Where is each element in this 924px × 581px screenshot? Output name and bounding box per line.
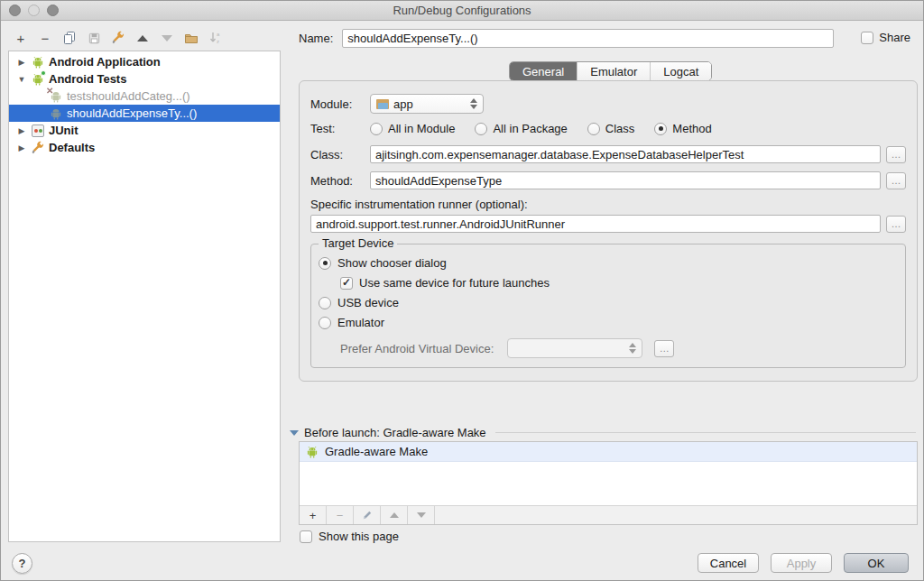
radio-label: Show chooser dialog [337,256,447,270]
show-this-page-checkbox[interactable] [300,530,312,543]
copy-configuration-button[interactable] [62,31,77,45]
module-value: app [393,97,413,111]
share-label: Share [879,31,910,44]
before-launch-item-gradle-aware-make[interactable]: Gradle-aware Make [300,442,917,462]
tree-item-defaults[interactable]: ▶ Defaults [9,139,280,156]
tree-item-junit[interactable]: ▶ JUnit [9,122,280,139]
radio-emulator[interactable]: Emulator [319,316,896,329]
expand-arrow-icon[interactable]: ▶ [16,126,27,135]
window-controls [9,5,59,16]
expand-arrow-icon[interactable]: ▶ [16,58,27,67]
before-launch-title: Before launch: Gradle-aware Make [304,426,486,439]
radio-icon [319,317,331,329]
wrench-icon [111,31,125,45]
svg-text:a: a [217,32,220,37]
radio-class[interactable]: Class [587,122,635,135]
prefer-avd-row: Prefer Android Virtual Device: … [340,338,896,358]
radio-selected-icon [319,257,331,270]
close-window-icon[interactable] [9,5,21,16]
sort-configurations-button[interactable]: a z [208,31,223,45]
radio-label: All in Module [388,122,455,135]
tree-item-test-should-add-categ[interactable]: ✕ testshouldAddCateg...() [9,88,280,105]
target-device-title: Target Device [319,236,397,250]
remove-configuration-button[interactable]: − [38,31,52,45]
class-input[interactable]: ajitsingh.com.expensemanager.database.Ex… [370,145,881,163]
checkbox-label: Use same device for future launches [359,276,550,290]
titlebar: Run/Debug Configurations [1,1,923,21]
prefer-avd-browse-button[interactable]: … [654,340,674,357]
use-same-device-option[interactable]: Use same device for future launches [340,276,896,290]
move-task-up-button[interactable] [381,506,408,524]
footer-buttons: Cancel Apply OK [698,553,909,573]
new-folder-button[interactable] [184,31,199,45]
minimize-window-icon[interactable] [28,5,40,16]
move-down-button[interactable] [160,31,174,45]
dropdown-stepper-icon [629,343,636,354]
add-task-button[interactable]: + [300,506,327,524]
radio-usb-device[interactable]: USB device [319,296,896,309]
ok-button[interactable]: OK [844,553,909,573]
show-this-page-label: Show this page [319,530,399,543]
save-configuration-button[interactable] [87,31,101,45]
runner-input[interactable]: android.support.test.runner.AndroidJUnit… [310,215,881,233]
dropdown-stepper-icon [470,98,477,109]
use-same-device-checkbox[interactable] [340,277,353,290]
show-this-page-option[interactable]: Show this page [300,530,399,543]
apply-button[interactable]: Apply [771,553,832,573]
junit-icon [31,124,45,138]
add-configuration-button[interactable]: + [14,31,28,45]
name-input[interactable] [342,29,834,48]
edit-task-button[interactable] [354,506,381,524]
method-browse-button[interactable]: … [886,172,906,189]
zoom-window-icon[interactable] [47,5,59,16]
android-test-icon [49,106,63,121]
runner-browse-button[interactable]: … [886,216,906,233]
tab-logcat[interactable]: Logcat [651,62,711,80]
radio-label: Class [605,122,635,135]
move-task-down-button[interactable] [408,506,435,524]
radio-method[interactable]: Method [654,122,711,135]
method-input[interactable]: shouldAddExpenseType [370,171,881,189]
radio-all-in-module[interactable]: All in Module [370,122,455,135]
radio-show-chooser-dialog[interactable]: Show chooser dialog [319,256,896,270]
share-option: Share [861,31,910,44]
before-launch-item-label: Gradle-aware Make [325,445,428,458]
help-button[interactable]: ? [12,553,32,574]
radio-selected-icon [654,123,667,135]
android-icon [305,445,319,459]
tree-item-label: Android Tests [49,72,126,86]
window-title: Run/Debug Configurations [393,4,531,17]
runner-row: android.support.test.runner.AndroidJUnit… [310,215,906,233]
name-label: Name: [299,32,333,45]
tab-general[interactable]: General [510,62,578,80]
pencil-icon [361,510,373,521]
failed-badge-icon: ✕ [46,86,53,96]
target-device-group: Target Device Show chooser dialog Use sa… [310,244,906,368]
method-row: Method: shouldAddExpenseType … [310,171,906,189]
move-up-button[interactable] [135,31,150,45]
edit-defaults-button[interactable] [111,31,125,45]
tab-emulator[interactable]: Emulator [578,62,651,80]
class-browse-button[interactable]: … [886,146,906,163]
tree-item-should-add-expense-ty[interactable]: shouldAddExpenseTy...() [9,105,280,122]
test-label: Test: [310,122,370,135]
module-label: Module: [310,97,370,111]
save-icon [88,32,101,45]
radio-label: All in Package [493,122,567,135]
share-checkbox[interactable] [861,32,873,44]
tree-item-android-application[interactable]: ▶ Android Application [9,53,280,70]
name-row: Name: [299,29,834,48]
radio-all-in-package[interactable]: All in Package [475,122,567,135]
cancel-button[interactable]: Cancel [698,553,759,573]
radio-icon [319,297,331,309]
collapse-arrow-icon[interactable]: ▼ [16,75,27,84]
remove-task-button[interactable]: − [327,506,354,524]
svg-text:z: z [217,39,219,44]
before-launch-header[interactable]: Before launch: Gradle-aware Make [290,426,916,439]
expand-arrow-icon[interactable]: ▶ [16,143,27,152]
move-down-icon [162,35,172,42]
run-debug-configurations-dialog: Run/Debug Configurations + − [0,0,924,581]
collapse-triangle-icon[interactable] [290,430,299,436]
prefer-avd-dropdown[interactable] [507,338,642,358]
module-dropdown[interactable]: app [370,94,484,114]
